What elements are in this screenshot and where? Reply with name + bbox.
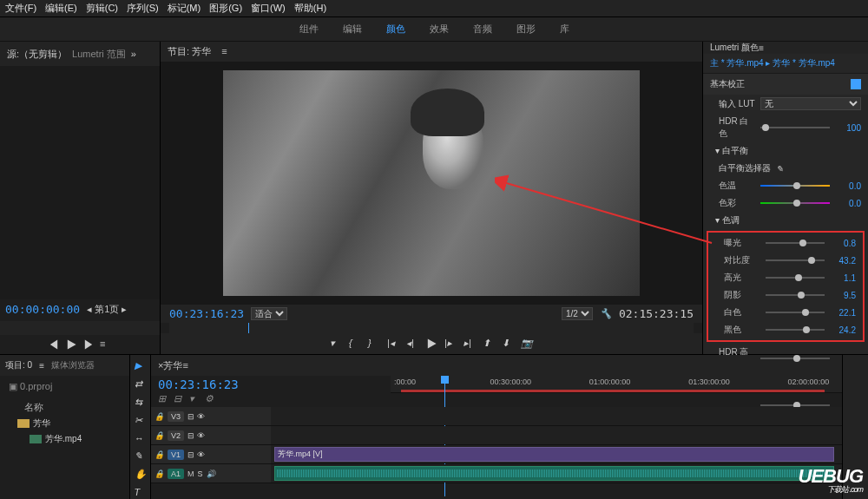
- timeline-ruler[interactable]: :00:00 00:30:00:00 01:00:00:00 01:30:00:…: [391, 376, 842, 393]
- clip-item[interactable]: 芳华.mp4: [5, 431, 124, 447]
- contrast-value[interactable]: 43.2: [830, 256, 856, 266]
- wb-picker-label: 白平衡选择器: [719, 162, 771, 174]
- lock-icon[interactable]: 🔒: [155, 469, 164, 478]
- lock-icon[interactable]: 🔒: [155, 412, 164, 421]
- go-out-icon[interactable]: ▸|: [464, 338, 476, 350]
- audio-clip[interactable]: [274, 466, 834, 481]
- menu-window[interactable]: 窗口(W): [251, 2, 286, 15]
- blacks-value[interactable]: 24.2: [830, 325, 856, 335]
- track-v1[interactable]: 芳华.mp4 [V]: [271, 445, 842, 463]
- saturation-slider[interactable]: [760, 404, 830, 406]
- exposure-value[interactable]: 0.8: [830, 239, 856, 248]
- program-timecode-in[interactable]: 00:23:16:23: [169, 307, 244, 320]
- highlights-slider[interactable]: [766, 277, 825, 279]
- tab-audio[interactable]: 音频: [473, 23, 492, 36]
- shadows-slider[interactable]: [766, 294, 825, 296]
- source-panel: 源:（无剪辑） Lumetri 范围 » 00:00:00:00 ◂ 第1页 ▸…: [0, 42, 161, 354]
- ripple-edit-icon[interactable]: ⇆: [135, 397, 147, 409]
- razor-tool-icon[interactable]: ✂: [135, 415, 147, 427]
- highlights-value[interactable]: 1.1: [830, 273, 856, 283]
- menu-edit[interactable]: 编辑(E): [45, 2, 77, 15]
- menu-sequence[interactable]: 序列(S): [127, 2, 159, 15]
- lumetri-scopes-tab[interactable]: Lumetri 范围: [72, 48, 126, 61]
- mark-in-icon[interactable]: {: [349, 338, 361, 350]
- step-back-icon[interactable]: ◂|: [406, 338, 418, 350]
- tab-effects[interactable]: 效果: [430, 23, 449, 36]
- menu-graphics[interactable]: 图形(G): [209, 2, 242, 15]
- export-frame-icon[interactable]: 📷: [521, 338, 533, 350]
- step-fwd-icon[interactable]: [82, 338, 95, 351]
- source-timecode[interactable]: 00:00:00:00: [5, 303, 80, 316]
- snap-icon[interactable]: ⊞: [158, 393, 168, 404]
- temp-slider[interactable]: [760, 185, 830, 187]
- blacks-slider[interactable]: [766, 329, 825, 331]
- project-tab[interactable]: 项目: 0: [5, 359, 32, 371]
- highlights-label: 高光: [724, 272, 760, 284]
- exposure-slider[interactable]: [766, 242, 825, 244]
- step-fwd-icon[interactable]: |▸: [444, 338, 457, 350]
- slip-tool-icon[interactable]: ↔: [135, 433, 147, 445]
- pen-tool-icon[interactable]: ✎: [135, 450, 147, 463]
- marker-icon[interactable]: ▾: [330, 338, 342, 350]
- track-v2[interactable]: [271, 426, 842, 444]
- menu-help[interactable]: 帮助(H): [294, 2, 326, 15]
- eyedropper-icon[interactable]: ✎: [776, 164, 783, 174]
- link-icon[interactable]: ⊟: [174, 393, 184, 404]
- tab-editing[interactable]: 编辑: [343, 23, 362, 36]
- selection-tool-icon[interactable]: ▶: [135, 360, 147, 372]
- tint-value[interactable]: 0.0: [835, 199, 861, 208]
- sequence-tab[interactable]: 芳华: [163, 359, 182, 372]
- program-ruler[interactable]: [169, 323, 694, 332]
- temp-value[interactable]: 0.0: [835, 181, 861, 191]
- wb-head[interactable]: ▾ 白平衡: [703, 142, 868, 160]
- wrench-icon[interactable]: 🔧: [600, 308, 612, 319]
- contrast-slider[interactable]: [766, 259, 825, 261]
- chevron-right-icon[interactable]: »: [131, 49, 136, 59]
- extract-icon[interactable]: ⬇: [502, 338, 514, 350]
- timeline-timecode[interactable]: 00:23:16:23: [151, 376, 271, 393]
- menu-clip[interactable]: 剪辑(C): [86, 2, 118, 15]
- tab-graphics[interactable]: 图形: [516, 23, 536, 36]
- source-ruler[interactable]: [0, 321, 160, 335]
- track-a1[interactable]: [271, 464, 842, 483]
- tab-color[interactable]: 颜色: [386, 23, 405, 36]
- shadows-value[interactable]: 9.5: [830, 291, 856, 300]
- hand-tool-icon[interactable]: ✋: [135, 469, 147, 481]
- basic-correction-head[interactable]: 基本校正: [703, 73, 868, 95]
- fit-select[interactable]: 适合: [251, 307, 287, 320]
- more-icon[interactable]: ≡: [100, 338, 112, 351]
- type-tool-icon[interactable]: T: [135, 487, 147, 499]
- track-select-icon[interactable]: ⇄: [135, 378, 147, 391]
- lock-icon[interactable]: 🔒: [155, 431, 164, 440]
- scale-select[interactable]: 1/2: [562, 307, 593, 320]
- play-icon[interactable]: [65, 338, 77, 351]
- menu-marker[interactable]: 标记(M): [168, 2, 201, 15]
- whites-value[interactable]: 22.1: [830, 308, 856, 318]
- lift-icon[interactable]: ⬆: [483, 338, 495, 350]
- basic-toggle[interactable]: [851, 79, 861, 89]
- source-tab[interactable]: 源:（无剪辑）: [7, 48, 67, 61]
- track-v3[interactable]: [271, 407, 842, 425]
- lock-icon[interactable]: 🔒: [155, 450, 164, 459]
- settings-icon[interactable]: ⚙: [205, 393, 215, 404]
- tab-assembly[interactable]: 组件: [299, 23, 319, 36]
- marker-add-icon[interactable]: ▾: [189, 393, 200, 404]
- video-clip[interactable]: 芳华.mp4 [V]: [274, 447, 834, 462]
- lut-select[interactable]: 无: [760, 97, 861, 110]
- tab-library[interactable]: 库: [560, 23, 569, 36]
- bin-item[interactable]: 芳华: [5, 416, 124, 431]
- menu-file[interactable]: 文件(F): [5, 2, 36, 15]
- media-browser-tab[interactable]: 媒体浏览器: [51, 359, 95, 371]
- go-in-icon[interactable]: |◂: [387, 338, 399, 350]
- name-column-header[interactable]: 名称: [5, 399, 124, 416]
- whites-slider[interactable]: [766, 312, 825, 313]
- hdr-white-value[interactable]: 100: [835, 123, 861, 133]
- play-icon[interactable]: [425, 338, 437, 350]
- step-back-icon[interactable]: [48, 338, 60, 351]
- project-panel: 项目: 0 ≡ 媒体浏览器 ▣ 0.prproj 名称 芳华 芳华.mp4: [0, 355, 130, 499]
- mark-out-icon[interactable]: }: [368, 338, 380, 350]
- program-tab[interactable]: 节目: 芳华: [168, 45, 211, 58]
- tint-slider[interactable]: [760, 202, 830, 204]
- project-file-label: ▣ 0.prproj: [5, 379, 124, 394]
- tone-head[interactable]: ▾ 色调: [703, 212, 868, 229]
